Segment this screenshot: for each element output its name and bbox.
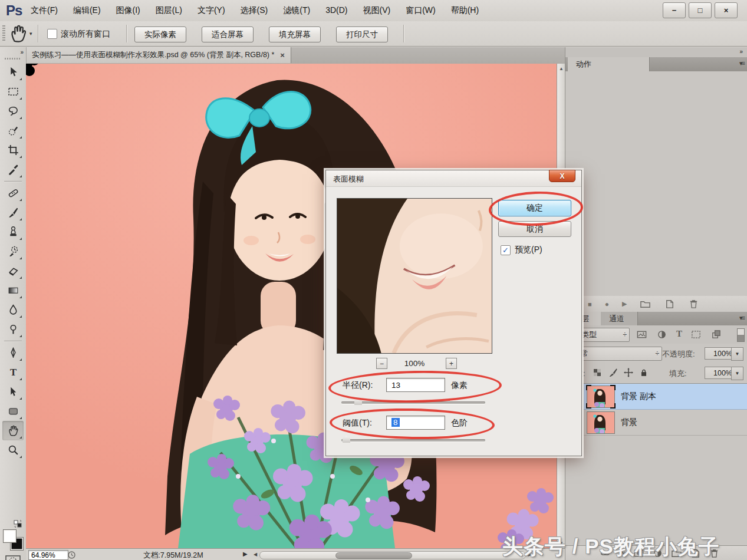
separator xyxy=(403,25,404,42)
history-brush-tool[interactable] xyxy=(2,242,24,261)
current-tool-hand[interactable] xyxy=(8,25,28,42)
layer-name: 背景 副本 xyxy=(621,391,656,402)
menu-window[interactable]: 窗口(W) xyxy=(406,5,436,16)
color-controls xyxy=(0,519,26,560)
quick-selection-tool[interactable] xyxy=(2,121,24,140)
lasso-tool[interactable] xyxy=(2,101,24,121)
menu-3d[interactable]: 3D(D) xyxy=(325,5,347,16)
filter-toggle-switch[interactable] xyxy=(737,328,745,342)
layer-thumbnail[interactable] xyxy=(587,386,615,408)
trash-icon[interactable] xyxy=(688,298,699,309)
move-tool[interactable] xyxy=(2,62,24,82)
crop-tool[interactable] xyxy=(2,140,24,160)
print-size-button[interactable]: 打印尺寸 xyxy=(336,27,388,42)
filter-preview[interactable] xyxy=(337,198,492,354)
play-icon[interactable]: ▶ xyxy=(622,300,627,308)
layer-thumbnail[interactable] xyxy=(587,411,615,434)
lock-transparent-icon[interactable] xyxy=(593,368,602,377)
horizontal-scrollbar[interactable] xyxy=(259,551,526,559)
status-flyout-icon[interactable]: ▶ xyxy=(243,551,248,557)
dialog-close-button[interactable]: X xyxy=(549,170,575,182)
tab-close-icon[interactable]: × xyxy=(280,51,285,60)
opacity-dropdown-icon[interactable]: ▼ xyxy=(731,347,743,361)
toolbar-grip[interactable] xyxy=(5,58,21,60)
menu-image[interactable]: 图像(I) xyxy=(116,5,140,16)
brush-tool[interactable] xyxy=(2,203,24,222)
type-tool[interactable]: T xyxy=(2,363,24,382)
close-button[interactable]: × xyxy=(715,2,738,18)
clone-stamp-tool[interactable] xyxy=(2,222,24,242)
menu-edit[interactable]: 编辑(E) xyxy=(73,5,101,16)
minimize-button[interactable]: − xyxy=(663,2,686,18)
menu-select[interactable]: 选择(S) xyxy=(241,5,268,16)
blend-mode-combo[interactable]: 正常 ÷ xyxy=(568,347,662,361)
layer-row-background-copy[interactable]: 背景 副本 xyxy=(565,384,747,410)
hand-tool[interactable] xyxy=(2,421,24,440)
eraser-tool[interactable] xyxy=(2,261,24,281)
panel-menu-icon[interactable]: ▾≡ xyxy=(739,60,744,67)
maximize-button[interactable]: □ xyxy=(689,2,712,18)
threshold-slider-handle[interactable] xyxy=(343,436,350,443)
tool-preset-caret-icon[interactable]: ▾ xyxy=(29,31,32,37)
separator xyxy=(126,25,127,42)
panel-menu-icon[interactable]: ▾≡ xyxy=(739,314,744,322)
lock-pixels-icon[interactable] xyxy=(608,367,618,378)
preview-zoom-in-button[interactable]: + xyxy=(446,358,457,369)
threshold-slider[interactable] xyxy=(341,439,485,442)
shape-filter-icon[interactable] xyxy=(690,329,702,340)
adjustment-filter-icon[interactable] xyxy=(656,329,667,340)
hscroll-left-icon[interactable]: ◀ xyxy=(254,552,257,557)
foreground-color-swatch[interactable] xyxy=(3,529,17,543)
image-filter-icon[interactable] xyxy=(636,329,647,340)
ps-logo: Ps xyxy=(6,2,22,19)
menu-layer[interactable]: 图层(L) xyxy=(156,5,182,16)
scroll-up-icon[interactable]: ▲ xyxy=(557,66,565,71)
preview-checkbox[interactable]: ✓ xyxy=(501,245,511,255)
swap-colors-icon[interactable] xyxy=(14,520,23,528)
smart-filter-icon[interactable] xyxy=(710,329,722,340)
document-tab[interactable]: 实例练习——使用表面模糊制作水彩效果.psd @ 65% (背景 副本, RGB… xyxy=(26,47,291,63)
zoom-level-input[interactable] xyxy=(28,550,68,560)
tab-channels[interactable]: 通道 xyxy=(601,312,638,325)
dialog-title-bar[interactable]: 表面模糊 xyxy=(326,170,581,187)
menu-file[interactable]: 文件(F) xyxy=(31,5,58,16)
preview-zoom-out-button[interactable]: − xyxy=(376,358,387,369)
menu-view[interactable]: 视图(V) xyxy=(363,5,390,16)
healing-brush-tool[interactable] xyxy=(2,183,24,203)
fit-screen-button[interactable]: 适合屏幕 xyxy=(202,27,254,42)
gradient-tool[interactable] xyxy=(2,281,24,300)
layer-row-background[interactable]: 背景 xyxy=(565,410,747,436)
dodge-tool[interactable] xyxy=(2,319,24,339)
layers-tab-bar: 图层 通道 ▾≡ xyxy=(565,312,747,326)
dock-collapse-icon[interactable]: » xyxy=(739,48,743,55)
lock-all-icon[interactable] xyxy=(639,367,649,378)
fill-dropdown-icon[interactable]: ▼ xyxy=(731,367,743,380)
status-options-icon[interactable] xyxy=(67,551,76,559)
tab-actions[interactable]: 动作 xyxy=(568,57,650,71)
fill-screen-button[interactable]: 填充屏幕 xyxy=(269,27,321,42)
actual-pixels-button[interactable]: 实际像素 xyxy=(134,27,186,42)
new-action-icon[interactable] xyxy=(664,298,675,309)
blur-tool[interactable] xyxy=(2,300,24,319)
eyedropper-tool[interactable] xyxy=(2,160,24,179)
zoom-tool[interactable] xyxy=(2,440,24,460)
stop-icon[interactable]: ■ xyxy=(588,301,592,308)
pen-tool[interactable] xyxy=(2,343,24,363)
menu-help[interactable]: 帮助(H) xyxy=(451,5,479,16)
rectangular-marquee-tool[interactable] xyxy=(2,82,24,101)
folder-icon[interactable] xyxy=(640,298,651,309)
menu-type[interactable]: 文字(Y) xyxy=(198,5,225,16)
toolbar-collapse-icon[interactable]: » xyxy=(20,49,23,55)
options-grip xyxy=(2,25,5,42)
rounded-rectangle-tool[interactable] xyxy=(2,401,24,421)
document-title: 实例练习——使用表面模糊制作水彩效果.psd @ 65% (背景 副本, RGB… xyxy=(32,50,274,60)
quick-mask-icon[interactable] xyxy=(5,555,21,560)
lock-position-icon[interactable] xyxy=(623,367,634,378)
horizontal-scroll-thumb[interactable] xyxy=(335,552,412,559)
record-icon[interactable]: ● xyxy=(605,300,609,308)
type-filter-icon[interactable]: T xyxy=(676,329,682,339)
scroll-all-windows-checkbox[interactable] xyxy=(47,29,57,39)
menu-filter[interactable]: 滤镜(T) xyxy=(283,5,310,16)
toolbar-separator xyxy=(4,341,22,341)
path-selection-tool[interactable] xyxy=(2,382,24,401)
